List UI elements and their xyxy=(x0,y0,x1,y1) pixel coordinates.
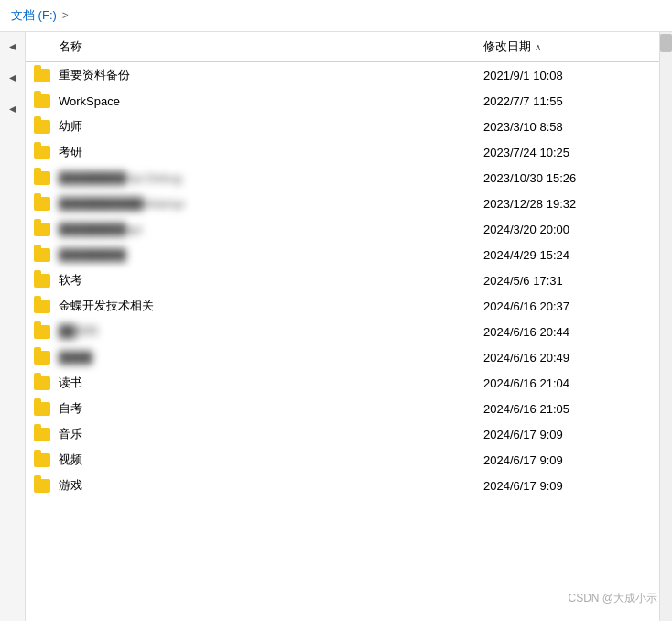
file-name: ██████████WebApi xyxy=(59,197,483,211)
file-name: WorkSpace xyxy=(59,94,483,108)
table-row[interactable]: ██████████WebApi2023/12/28 19:32 xyxy=(26,191,659,216)
file-name: ██资料 xyxy=(59,323,483,340)
table-row[interactable]: WorkSpace2022/7/7 11:55 xyxy=(26,88,659,114)
file-name: ████ xyxy=(59,351,483,365)
table-row[interactable]: 幼师2023/3/10 8:58 xyxy=(26,114,659,139)
file-name: 重要资料备份 xyxy=(59,67,483,83)
file-name: 读书 xyxy=(59,375,483,391)
header-name-label: 名称 xyxy=(59,38,82,55)
header-date[interactable]: 修改日期 ∧ xyxy=(483,38,648,55)
folder-icon xyxy=(33,66,51,84)
folder-icon xyxy=(33,348,51,366)
file-date: 2023/7/24 10:25 xyxy=(483,146,648,159)
table-row[interactable]: 软考2024/5/6 17:31 xyxy=(26,267,659,293)
file-date: 2024/6/17 9:09 xyxy=(483,428,648,441)
table-row[interactable]: 自考2024/6/16 21:05 xyxy=(26,396,659,421)
table-row[interactable]: 视频2024/6/17 9:09 xyxy=(26,447,659,473)
file-name: ████████ xyxy=(59,248,483,262)
file-date: 2022/7/7 11:55 xyxy=(483,94,648,108)
file-name: 音乐 xyxy=(59,426,483,442)
file-list-container: ◀ ◀ ◀ 名称 修改日期 ∧ 重要资料备份2 xyxy=(0,32,672,621)
folder-icon xyxy=(33,451,51,469)
file-name: 金蝶开发技术相关 xyxy=(59,298,483,314)
folder-icon xyxy=(33,271,51,289)
file-date: 2024/3/20 20:00 xyxy=(483,223,648,236)
scrollbar-thumb[interactable] xyxy=(660,34,672,52)
file-date: 2023/12/28 19:32 xyxy=(483,197,648,211)
scroll-up-arrow[interactable]: ◀ xyxy=(6,39,19,52)
folder-icon xyxy=(33,476,51,495)
folder-icon xyxy=(33,245,51,264)
file-list-header: 名称 修改日期 ∧ xyxy=(26,32,659,62)
file-name: 考研 xyxy=(59,144,483,160)
header-icon-spacer xyxy=(33,38,51,56)
table-row[interactable]: 游戏2024/6/17 9:09 xyxy=(26,473,659,498)
file-name: ████████Api.Debug xyxy=(59,171,483,185)
folder-icon xyxy=(33,92,51,110)
scroll-mid-arrow[interactable]: ◀ xyxy=(6,71,19,83)
file-rows: 重要资料备份2021/9/1 10:08WorkSpace2022/7/7 11… xyxy=(26,62,659,498)
file-date: 2024/6/17 9:09 xyxy=(483,453,648,467)
file-date: 2024/4/29 15:24 xyxy=(483,248,648,262)
file-name: 软考 xyxy=(59,272,483,289)
folder-icon xyxy=(33,169,51,187)
file-date: 2023/3/10 8:58 xyxy=(483,120,648,134)
file-name: ████████api xyxy=(59,223,483,236)
table-row[interactable]: ████████2024/4/29 15:24 xyxy=(26,242,659,267)
table-row[interactable]: 重要资料备份2021/9/1 10:08 xyxy=(26,62,659,88)
folder-icon xyxy=(33,399,51,418)
header-date-label: 修改日期 xyxy=(483,38,531,55)
file-name: 视频 xyxy=(59,452,483,468)
file-date: 2021/9/1 10:08 xyxy=(483,69,648,82)
file-date: 2024/5/6 17:31 xyxy=(483,274,648,288)
file-date: 2024/6/17 9:09 xyxy=(483,479,648,493)
folder-icon xyxy=(33,297,51,315)
header-name[interactable]: 名称 xyxy=(59,38,483,55)
folder-icon xyxy=(33,143,51,161)
file-date: 2024/6/16 20:37 xyxy=(483,300,648,313)
table-row[interactable]: 考研2023/7/24 10:25 xyxy=(26,139,659,165)
breadcrumb: 文档 (F:) > xyxy=(0,0,672,32)
file-name: 自考 xyxy=(59,400,483,417)
left-panel: ◀ ◀ ◀ xyxy=(0,32,26,621)
scroll-down-arrow[interactable]: ◀ xyxy=(6,102,19,114)
file-list: 名称 修改日期 ∧ 重要资料备份2021/9/1 10:08WorkSpace2… xyxy=(26,32,659,621)
table-row[interactable]: ████2024/6/16 20:49 xyxy=(26,344,659,370)
scrollbar[interactable] xyxy=(659,32,672,621)
file-name: 幼师 xyxy=(59,118,483,135)
file-date: 2024/6/16 21:05 xyxy=(483,402,648,416)
folder-icon xyxy=(33,374,51,392)
sort-arrow-icon: ∧ xyxy=(535,42,541,52)
file-date: 2024/6/16 20:49 xyxy=(483,351,648,365)
table-row[interactable]: 音乐2024/6/17 9:09 xyxy=(26,421,659,447)
breadcrumb-separator: > xyxy=(62,9,69,22)
folder-icon xyxy=(33,220,51,238)
table-row[interactable]: ██资料2024/6/16 20:44 xyxy=(26,319,659,344)
file-date: 2024/6/16 20:44 xyxy=(483,325,648,339)
folder-icon xyxy=(33,425,51,443)
breadcrumb-path[interactable]: 文档 (F:) xyxy=(11,7,57,24)
table-row[interactable]: ████████api2024/3/20 20:00 xyxy=(26,216,659,242)
window: 文档 (F:) > ◀ ◀ ◀ 名称 修改日期 xyxy=(0,0,672,621)
folder-icon xyxy=(33,117,51,136)
file-date: 2023/10/30 15:26 xyxy=(483,171,648,185)
table-row[interactable]: 读书2024/6/16 21:04 xyxy=(26,370,659,396)
file-date: 2024/6/16 21:04 xyxy=(483,376,648,390)
file-name: 游戏 xyxy=(59,477,483,494)
folder-icon xyxy=(33,194,51,212)
watermark: CSDN @大成小示 xyxy=(568,591,657,606)
folder-icon xyxy=(33,322,51,341)
table-row[interactable]: ████████Api.Debug2023/10/30 15:26 xyxy=(26,165,659,191)
table-row[interactable]: 金蝶开发技术相关2024/6/16 20:37 xyxy=(26,293,659,319)
